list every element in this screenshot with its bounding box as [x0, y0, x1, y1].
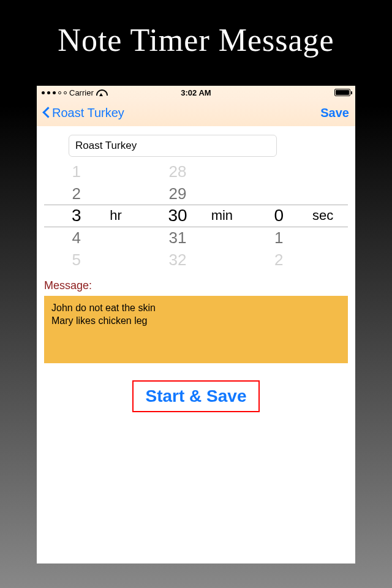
- picker-row: 32: [145, 249, 209, 271]
- picker-hours-column[interactable]: 1 2 3 4 5: [44, 160, 108, 271]
- picker-minutes-label: min: [210, 160, 247, 271]
- picker-row: [247, 160, 311, 183]
- start-save-wrap: Start & Save: [44, 380, 348, 412]
- picker-row: 2: [247, 249, 311, 271]
- picker-row: 31: [145, 227, 209, 249]
- picker-row: 2: [44, 183, 108, 205]
- picker-seconds-label: sec: [311, 160, 348, 271]
- statusbar-left: Carrier: [42, 88, 105, 97]
- time-picker[interactable]: 1 2 3 4 5 hr 28 29 30 31 32 min: [44, 160, 348, 271]
- promo-title: Note Timer Message: [0, 22, 392, 58]
- carrier-label: Carrier: [69, 88, 94, 97]
- unit-label: hr: [110, 208, 122, 224]
- picker-row-selected: 0: [247, 205, 311, 227]
- navbar: Roast Turkey Save: [37, 99, 355, 126]
- picker-row: 4: [44, 227, 108, 249]
- message-label: Message:: [44, 279, 348, 292]
- battery-icon: [334, 89, 350, 96]
- chevron-left-icon: [43, 106, 51, 119]
- message-textarea[interactable]: John do not eat the skin Mary likes chic…: [44, 296, 348, 363]
- picker-row: [247, 183, 311, 205]
- back-label: Roast Turkey: [52, 106, 124, 120]
- picker-row: 1: [44, 160, 108, 183]
- picker-row: 5: [44, 249, 108, 271]
- phone-frame: Carrier 3:02 AM Roast Turkey Save 1 2 3 …: [37, 86, 355, 564]
- picker-row: 1: [247, 227, 311, 249]
- signal-dot-icon: [42, 91, 45, 94]
- save-button[interactable]: Save: [320, 106, 349, 120]
- picker-seconds-column[interactable]: 0 1 2: [247, 160, 311, 271]
- signal-dot-icon: [47, 91, 50, 94]
- picker-hours-label: hr: [108, 160, 145, 271]
- statusbar-right: [334, 89, 350, 96]
- wifi-icon: [96, 89, 105, 96]
- signal-dot-icon: [64, 91, 67, 94]
- picker-row: 29: [145, 183, 209, 205]
- picker-row-selected: 3: [44, 205, 108, 227]
- back-button[interactable]: Roast Turkey: [43, 106, 124, 120]
- unit-label: min: [211, 208, 233, 224]
- timer-name-input[interactable]: [69, 135, 277, 157]
- statusbar: Carrier 3:02 AM: [37, 86, 355, 99]
- picker-minutes-column[interactable]: 28 29 30 31 32: [145, 160, 209, 271]
- signal-dot-icon: [53, 91, 56, 94]
- start-save-button[interactable]: Start & Save: [132, 380, 260, 412]
- signal-dot-icon: [58, 91, 61, 94]
- content-area: 1 2 3 4 5 hr 28 29 30 31 32 min: [37, 126, 355, 564]
- picker-row: 28: [145, 160, 209, 183]
- picker-row-selected: 30: [145, 205, 209, 227]
- unit-label: sec: [312, 208, 333, 224]
